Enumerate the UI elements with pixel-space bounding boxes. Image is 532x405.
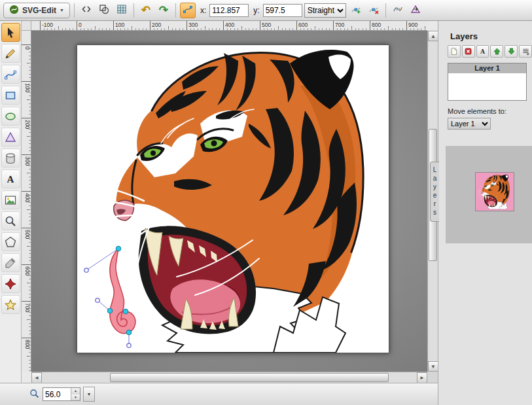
rename-layer-button[interactable]: A [476,45,489,58]
y-label: y: [253,6,259,15]
tool-select[interactable] [1,23,20,42]
y-coordinate-field[interactable] [263,4,302,17]
move-elements-label: Move elements to: [448,107,532,115]
tool-ellipse[interactable] [1,107,20,126]
layers-panel-title: Layers [450,31,532,41]
flatten-path-icon [410,4,421,16]
wireframe-icon [99,4,109,16]
svg-edit-app: SVG-Edit ▼ ↶ ↷ x: y: Straight [0,0,532,405]
raise-layer-button[interactable] [490,45,503,58]
tools-palette: A [0,21,22,383]
scroll-up-button[interactable]: ▲ [428,31,438,41]
tool-shape-library[interactable] [1,274,20,293]
tool-eyedropper[interactable] [1,253,20,272]
separator [74,3,75,18]
grid-button[interactable] [114,3,130,18]
add-node-button[interactable] [348,3,364,18]
move-target-select[interactable]: Layer 1 [448,118,491,130]
open-path-button[interactable] [390,3,406,18]
undo-arrow-icon: ↶ [141,5,151,16]
segment-type-select[interactable]: Straight [304,3,346,18]
svg-text:A: A [7,174,14,185]
lower-layer-button[interactable] [505,45,518,58]
zoom-magnifier-icon [29,388,40,401]
path-nodes-icon [183,4,193,16]
delete-node-button[interactable] [366,3,381,18]
layers-panel-drag-tab[interactable]: Layers [430,162,439,222]
tool-rectangle[interactable] [1,86,20,105]
separator [133,3,134,18]
layers-list[interactable]: Layer 1 [448,63,527,101]
bottom-bar: ▲ ▼ ▼ [0,383,438,405]
node-plus-icon [351,4,361,16]
zoom-control: ▲ ▼ [43,387,80,401]
undo-button[interactable]: ↶ [138,3,154,18]
flatten-path-button[interactable] [408,3,423,18]
scroll-left-button[interactable]: ◄ [31,372,42,383]
vertical-ruler: 0100200300400500600700800900 [22,31,31,372]
redo-arrow-icon: ↷ [159,5,168,16]
link-control-points-toggle[interactable] [180,3,196,18]
code-icon [81,4,92,16]
tool-text[interactable]: A [1,169,20,188]
zoom-input[interactable] [43,388,71,400]
zoom-preset-dropdown-button[interactable]: ▼ [83,387,95,402]
grid-icon [116,4,127,16]
zoom-decrease-button[interactable]: ▼ [71,395,80,401]
svg-text:A: A [480,48,485,55]
menu-label: SVG-Edit [22,6,56,15]
source-editor-button[interactable] [79,3,94,18]
layers-side-panel [446,146,532,243]
svg-canvas[interactable] [77,44,389,353]
x-label: x: [200,6,206,15]
layer-row[interactable]: Layer 1 [448,63,526,73]
scrollbar-corner [427,372,438,383]
node-delete-icon [368,4,379,16]
main-menu-button[interactable]: SVG-Edit ▼ [3,3,70,18]
logo-icon [9,5,19,16]
horizontal-ruler: -10001002003004005006007008009001000 [31,21,427,31]
delete-layer-button[interactable] [462,45,475,58]
scroll-right-button[interactable]: ► [417,372,427,383]
canvas-workspace[interactable] [31,31,427,372]
open-path-icon [393,4,403,16]
path-edit-overlay[interactable] [84,246,135,347]
separator [175,3,176,18]
zoom-increase-button[interactable]: ▲ [71,388,80,395]
scroll-down-button[interactable]: ▼ [428,361,438,372]
layer-preview-thumbnail [475,172,514,211]
x-coordinate-field[interactable] [209,4,249,17]
zoom-spinner: ▲ ▼ [71,388,80,400]
tool-cylinder[interactable] [1,149,20,167]
tool-pentagon[interactable] [1,232,20,251]
ruler-corner [22,21,31,31]
wireframe-button[interactable] [96,3,112,18]
tool-image[interactable] [1,190,20,209]
tool-polygon[interactable] [1,128,20,147]
layers-panel: Layers A Layer 1 Move elements to: Layer… [438,21,532,405]
tiger-artwork[interactable] [77,45,389,353]
redo-button[interactable]: ↷ [156,3,171,18]
layers-toolbar: A [448,45,532,58]
new-layer-button[interactable] [448,45,461,58]
separator [385,3,386,18]
top-toolbar: SVG-Edit ▼ ↶ ↷ x: y: Straight [0,0,532,21]
tool-zoom[interactable] [1,211,20,230]
tool-pencil[interactable] [1,44,20,63]
tool-star[interactable] [1,295,20,314]
horizontal-scroll-thumb[interactable] [110,373,389,382]
layer-options-button[interactable] [519,45,532,58]
tool-path[interactable] [1,65,20,84]
horizontal-scrollbar[interactable]: ◄ ► [31,372,427,383]
chevron-down-icon: ▼ [60,8,64,12]
